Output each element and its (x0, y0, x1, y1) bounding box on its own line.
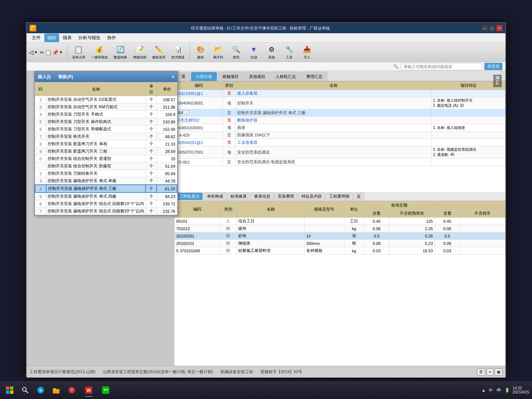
bottom-row[interactable]: 701013 材 破布 kg 0.06 2.25 0.06 (175, 225, 505, 232)
right-row[interactable]: C5-952 定 安全防范系统调试 电视监视系统 (175, 158, 505, 166)
menu-collab[interactable]: 协作 (104, 34, 119, 42)
toolbar-btn-one-key[interactable]: 💰 一键审取款 (89, 44, 110, 61)
toolbar-btn-budget[interactable]: 📊 转为预算 (169, 44, 187, 61)
tab-other[interactable]: 其他项目 (244, 72, 270, 81)
right-row[interactable]: 463504201@1 主 工业连接器 (175, 139, 505, 146)
systray-time: 14:322021/4/15 (513, 386, 529, 394)
toolbar-cut[interactable]: ✂ (40, 50, 44, 55)
popup-row[interactable]: 5 控制开关安装 自动空气开关 RM万能式 个 311.96 (35, 103, 177, 111)
toolbar-btn-other[interactable]: ⚙ 其他 (263, 44, 280, 61)
popup-row[interactable]: 6 控制开关安装 刀型开关 带熔断器式 个 152.68 (35, 126, 177, 133)
col-standard-header: 标准定额 (364, 201, 434, 209)
popup-row[interactable]: 5 控制开关安装 漏电保护开关 单式 四极 个 84.23 (35, 192, 177, 200)
tab-setup[interactable]: 置 (177, 72, 190, 81)
popup-replace-btn[interactable]: 替换(R) (58, 74, 73, 80)
bottom-row[interactable]: 00101 人 综合工日 工日 0.45 125 0.45 (175, 218, 505, 225)
close-btn[interactable]: × (497, 25, 502, 31)
right-row[interactable]: 463210001@1 主 接入设备箱 (175, 90, 505, 97)
popup-row-unit: 个 (146, 103, 157, 111)
minimize-btn[interactable]: — (482, 25, 488, 31)
popup-row-price: 44.78 (157, 177, 177, 185)
taskbar-app-word[interactable]: W (81, 383, 97, 398)
taskbar-file-explorer[interactable] (50, 383, 63, 397)
search-input[interactable] (401, 63, 482, 70)
popup-row[interactable]: 6 控制开关安装 漏电保护开关 组合式 回路数10"个"以内 个 239.72 (35, 200, 177, 208)
toolbar-btn-find[interactable]: 🔍 查找 (228, 44, 244, 61)
popup-row[interactable]: 5 控制开关安装 刀型开关 操作机构式 个 210.89 (35, 118, 177, 126)
popup-row-price: 33 (157, 155, 177, 163)
toolbar-btn-note[interactable]: 📝 增减说明 (131, 44, 149, 61)
bottom-row[interactable]: 20100261 材 砂布 1# 张 0.5 0.26 0.5 (175, 232, 505, 240)
bottom-tab-materials[interactable]: 工料机显示 (176, 192, 203, 200)
tab-costs[interactable]: 费用汇总 (301, 72, 327, 81)
right-row[interactable]: C4-429 定 防爆插座 15A以下 (175, 132, 505, 139)
right-row[interactable]: 030507017001 项 安全防范系统调试 1. 名称: 视频监控系统调试 … (175, 146, 505, 158)
toolbar-btn-color[interactable]: 🎨 颜色 (192, 44, 209, 61)
status-btn-1[interactable]: 晋 (477, 368, 485, 376)
bottom-tab-convert[interactable]: 换算信息 (251, 192, 274, 200)
toolbar-back[interactable]: ◁ (29, 49, 33, 56)
popup-row[interactable]: 控制开关安装 组合控制开关 防爆型 个 51.04 (35, 163, 177, 170)
toolbar-paste[interactable]: 📌 (52, 50, 58, 55)
bottom-tab-quantity[interactable]: 工程量明细 (326, 192, 353, 200)
popup-close-btn[interactable]: × (172, 74, 174, 79)
tab-measures[interactable]: 措施项目 (218, 72, 243, 81)
svg-rect-14 (102, 386, 109, 394)
right-row[interactable]: 补充主材012 主 断路保护器 (175, 117, 505, 124)
menu-file[interactable]: 文件 (29, 34, 44, 42)
bottom-tab-price[interactable]: 单价构成 (204, 192, 226, 200)
taskbar-app-unknown[interactable]: ? (65, 383, 78, 397)
popup-row[interactable]: 7 控制开关安装 漏电保护开关 组合式 回路数20"个"以内 个 232.76 (35, 208, 177, 215)
toolbar-dropdown[interactable]: ▼ (34, 50, 38, 54)
popup-row[interactable]: 3 控制开关安装 漏电保护开关 单式 单极 个 44.78 (35, 177, 177, 185)
popup-row[interactable]: 9 控制开关安装 胶盖闸刀开关 三相 个 28.59 (35, 148, 177, 155)
toolbar-btn-audit-point[interactable]: 📋 清单点审 (70, 44, 88, 61)
menu-report[interactable]: 报表 (60, 34, 75, 42)
menu-edit[interactable]: 编制 (44, 34, 59, 42)
popup-row[interactable]: 4 控制开关安装 漏电保护开关 单式 三极 个 61.25 (35, 185, 177, 192)
status-btn-2[interactable]: ≡ (487, 368, 493, 376)
popup-row[interactable]: 2 控制开关安装 万能转换开关 个 85.84 (35, 170, 177, 177)
toolbar-more[interactable]: ▼ (59, 50, 63, 54)
toolbar-btn-modify[interactable]: ✏️ 修改送审 (150, 44, 168, 61)
maximize-btn[interactable]: □ (489, 25, 495, 31)
bottom-tab-reverse[interactable]: 反 (354, 192, 364, 200)
bottom-tab-install[interactable]: 安装费用 (274, 192, 297, 200)
popup-row[interactable]: 4 控制开关安装 刀型开关 手柄式 个 159.8 (35, 111, 177, 118)
toolbar-copy[interactable]: 📋 (45, 50, 51, 55)
taskbar-wechat[interactable] (99, 383, 112, 397)
taskbar-browser-ie[interactable]: e (34, 383, 47, 397)
popup-row[interactable]: 8 控制开关安装 胶盖闸刀开关 单相 个 21.33 (35, 140, 177, 148)
systray-battery: 🔋 (505, 388, 510, 393)
login-button[interactable]: 未登录 (484, 63, 502, 70)
toolbar-btn-tools[interactable]: 🔧 工具 (281, 44, 297, 61)
popup-row-name: 控制开关安装 刀型开关 带熔断器式 (46, 126, 146, 133)
popup-row[interactable]: 2 控制开关安装 自动空气开关 DZ装置式 个 108.57 (35, 96, 177, 103)
popup-insert-btn[interactable]: 插入(I) (38, 74, 51, 80)
menu-analysis[interactable]: 分析与报告 (75, 34, 103, 42)
toolbar-btn-filter[interactable]: ▼ 过滤 (246, 44, 262, 61)
right-row-name: 安全防范系统调试 (236, 146, 432, 158)
edit-inline-btn[interactable]: ... (183, 110, 189, 116)
title-controls[interactable]: — □ × (482, 25, 502, 31)
toolbar-btn-data-convert[interactable]: 🔄 数据转换 (112, 44, 129, 61)
bottom-row[interactable]: 5 370101049 材 软聚氯乙烯塑料管 各种规格 kg 0.03 16.5… (175, 247, 505, 255)
tab-materials[interactable]: 人材机汇总 (271, 72, 301, 81)
bottom-row[interactable]: 20100101 材 钢锯条 300mm 根 0.08 0.23 0.08 (175, 240, 505, 247)
toolbar-btn-import[interactable]: 📥 导入 (299, 44, 315, 61)
right-row[interactable]: 364... 定 控制开关安装 漏电保护开关 单式 三极 (175, 109, 505, 117)
status-btn-3[interactable]: ▦ (495, 368, 502, 376)
tab-section[interactable]: 分部分项 (191, 72, 217, 81)
start-button[interactable] (3, 383, 16, 397)
taskbar-search[interactable] (18, 383, 32, 397)
popup-row[interactable]: 0 控制开关安装 组合控制开关 普通型 个 33 (35, 155, 177, 163)
right-row-type: 项 (223, 97, 236, 109)
toolbar-btn-expand[interactable]: 📂 展开到 (210, 44, 226, 61)
bottom-row-qty1: 0.45 (364, 218, 389, 225)
bottom-tab-feature[interactable]: 特征及内容 (298, 192, 325, 200)
right-row[interactable]: 040801030001 项 插座 1. 名称: 接入箱插座 (175, 124, 505, 132)
right-row[interactable]: 030404019001 项 控制开关 1. 名称: 接入线控制开关 2. 额定… (175, 97, 505, 109)
bottom-row-code: 00101 (175, 218, 220, 225)
bottom-tab-standard[interactable]: 标准换算 (227, 192, 250, 200)
popup-row[interactable]: 7 控制开关安装 铁壳开关 个 68.62 (35, 133, 177, 140)
